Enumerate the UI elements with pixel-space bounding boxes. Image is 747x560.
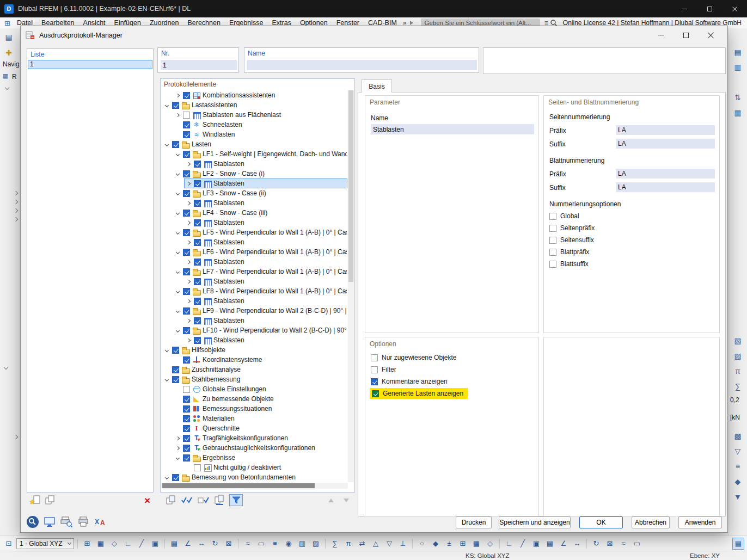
- tree-checkbox[interactable]: [194, 259, 201, 266]
- tree-item-label[interactable]: Stablasten aus Flächenlast: [203, 111, 281, 119]
- numbering-option-checkbox[interactable]: [549, 225, 556, 232]
- tree-item-label[interactable]: Stablasten: [213, 199, 244, 207]
- tree-checkbox[interactable]: [183, 268, 190, 275]
- panel-icon[interactable]: ▤: [544, 538, 556, 550]
- view-combo[interactable]: 1 - Global XYZ: [16, 538, 74, 549]
- dimension-icon[interactable]: ⊠: [223, 538, 235, 550]
- tree-checkbox[interactable]: [172, 102, 179, 109]
- tree-expand-arrow-icon[interactable]: [163, 473, 171, 482]
- tree-item-label[interactable]: Stablasten: [213, 297, 244, 305]
- print-button[interactable]: Drucken: [456, 516, 492, 528]
- trim-icon[interactable]: ▥: [296, 538, 308, 550]
- formula-icon[interactable]: π: [732, 365, 744, 377]
- tree-item-label[interactable]: Ergebnisse: [203, 454, 235, 461]
- page-prefix-input[interactable]: [616, 125, 715, 135]
- display-option-checkbox[interactable]: [371, 378, 378, 385]
- tree-item-label[interactable]: Koordinatensysteme: [203, 356, 262, 364]
- tree-expand-arrow-icon[interactable]: [185, 336, 193, 344]
- collapsed-item-icon[interactable]: [14, 191, 18, 195]
- comment-icon[interactable]: ∑: [329, 538, 341, 550]
- quick-access-icon[interactable]: ⊞: [4, 19, 10, 27]
- param-name-input[interactable]: [371, 124, 534, 134]
- panel-toggle-icon[interactable]: ▤: [732, 538, 744, 550]
- tree-checkbox[interactable]: [183, 210, 190, 217]
- tree-expand-arrow-icon[interactable]: [174, 287, 182, 296]
- wireframe-icon[interactable]: ▽: [383, 538, 395, 550]
- tree-item-label[interactable]: LF5 - Wind Perpendicular to Wall 1 (A-B)…: [203, 229, 347, 236]
- display-option-checkbox[interactable]: [372, 390, 379, 397]
- snap-icon[interactable]: ◇: [108, 538, 120, 550]
- tree-checkbox[interactable]: [172, 141, 179, 148]
- tree-expand-arrow-icon[interactable]: [163, 346, 171, 354]
- tree-expand-arrow-icon[interactable]: [174, 326, 182, 335]
- tree-item-label[interactable]: LF3 - Snow - Case (ii): [203, 189, 266, 197]
- tree-checkbox[interactable]: [183, 435, 190, 442]
- nr-input[interactable]: [161, 60, 237, 70]
- tree-item-label[interactable]: Schneelasten: [203, 121, 242, 128]
- tree-expand-arrow-icon[interactable]: [174, 306, 182, 315]
- tree-item-label[interactable]: Nicht gültig / deaktiviert: [213, 464, 281, 471]
- scroll-arrows-icon[interactable]: ⇅: [732, 91, 744, 103]
- undo-view-icon[interactable]: ⊠: [604, 538, 616, 550]
- dialog-titlebar[interactable]: Ausdruckprotokoll-Manager: [21, 26, 727, 44]
- copy-icon[interactable]: ▭: [255, 538, 267, 550]
- object-snap-icon[interactable]: ▣: [149, 538, 161, 550]
- tree-checkbox[interactable]: [172, 366, 179, 373]
- tree-item-label[interactable]: Lastassistenten: [192, 101, 237, 109]
- tree-item-label[interactable]: Materialien: [203, 415, 235, 422]
- tree-checkbox[interactable]: [183, 229, 190, 236]
- ortho-icon[interactable]: ∟: [122, 538, 134, 550]
- tree-checkbox[interactable]: [194, 298, 201, 305]
- workplane-icon[interactable]: ⊞: [81, 538, 93, 550]
- navigator-expand-icon[interactable]: [5, 85, 9, 90]
- values-icon[interactable]: ╱: [517, 538, 529, 550]
- guideline-icon[interactable]: ╱: [136, 538, 148, 550]
- tree-checkbox[interactable]: [183, 249, 190, 256]
- tree-checkbox[interactable]: [183, 396, 190, 403]
- edit-icon[interactable]: ✚: [3, 47, 15, 59]
- table-values-icon[interactable]: ▩: [732, 430, 744, 442]
- plane-xz-icon[interactable]: ∠: [182, 538, 194, 550]
- delete-list-icon[interactable]: ×: [140, 494, 154, 506]
- print-preview-icon[interactable]: [59, 515, 74, 529]
- numbering-icon[interactable]: ⊥: [397, 538, 409, 550]
- tree-expand-arrow-icon[interactable]: [174, 434, 182, 442]
- tree-checkbox[interactable]: [183, 92, 190, 99]
- cancel-button[interactable]: Abbrechen: [632, 516, 670, 528]
- collapsed-item-icon[interactable]: [14, 217, 18, 221]
- view-cube-icon[interactable]: ⊡: [3, 538, 15, 550]
- tree-checkbox[interactable]: [183, 170, 190, 177]
- printout-icon[interactable]: ↔: [571, 538, 583, 550]
- copy-list-icon[interactable]: [43, 494, 57, 506]
- tree-item-label[interactable]: Kombinationsassistenten: [203, 91, 275, 99]
- settings-icon[interactable]: ◆: [732, 476, 744, 488]
- tree-checkbox[interactable]: [183, 112, 190, 119]
- results-icon[interactable]: ±: [443, 538, 455, 550]
- minimize-icon[interactable]: [672, 0, 697, 17]
- tree-checkbox[interactable]: [183, 131, 190, 138]
- dialog-maximize-icon[interactable]: [682, 31, 690, 40]
- page-suffix-input[interactable]: [616, 139, 715, 149]
- tree-checkbox[interactable]: [183, 151, 190, 158]
- mirror-icon[interactable]: ◉: [283, 538, 295, 550]
- tree-checkbox[interactable]: [194, 219, 201, 226]
- tree-checkbox[interactable]: [183, 386, 190, 393]
- tree-expand-arrow-icon[interactable]: [174, 208, 182, 217]
- liste-row[interactable]: 1: [28, 60, 152, 69]
- copy-settings-icon[interactable]: [213, 494, 226, 506]
- mesh-icon[interactable]: ⊞: [457, 538, 469, 550]
- tree-checkbox[interactable]: [183, 190, 190, 197]
- move-icon[interactable]: ≈: [242, 538, 254, 550]
- zoom-icon[interactable]: [26, 515, 40, 529]
- tree-item-label[interactable]: LF9 - Wind Perpendicular to Wall 2 (B-C-…: [203, 307, 347, 315]
- layers-icon[interactable]: ≡: [732, 460, 744, 472]
- tree-expand-arrow-icon[interactable]: [163, 140, 171, 149]
- display-option-checkbox[interactable]: [371, 366, 378, 373]
- tables-icon[interactable]: ▣: [530, 538, 542, 550]
- tree-horizontal-scrollbar[interactable]: [161, 483, 348, 489]
- tree-item-label[interactable]: Windlasten: [203, 131, 235, 138]
- tree-vertical-scrollbar[interactable]: [348, 90, 354, 482]
- tree-checkbox[interactable]: [183, 405, 190, 413]
- table-icon[interactable]: ▦: [732, 107, 744, 119]
- tree-item-label[interactable]: Stahlbemessung: [192, 376, 240, 383]
